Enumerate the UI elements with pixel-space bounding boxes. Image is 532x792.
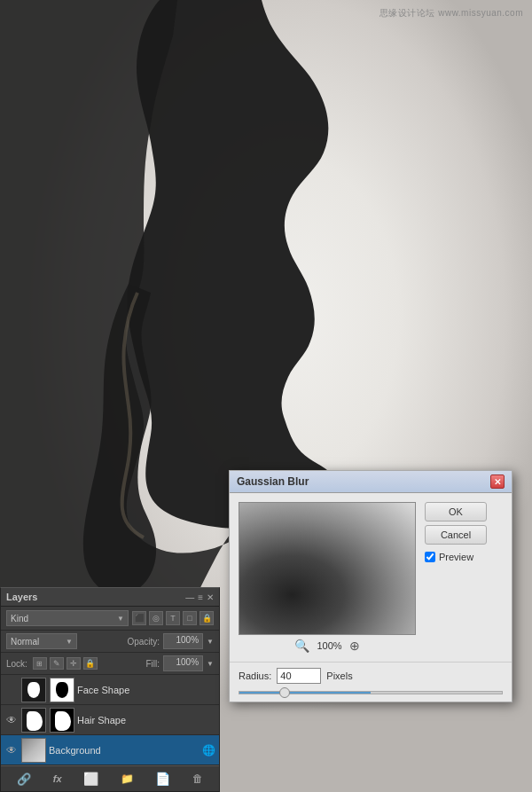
dialog-close-btn[interactable]: ✕ — [490, 474, 505, 489]
kind-dropdown-arrow: ▼ — [117, 615, 124, 623]
layer-item-background[interactable]: 👁 Background 🌐 — [1, 735, 219, 765]
preview-canvas[interactable] — [239, 502, 416, 635]
layer-thumbnail-hair-shape — [21, 708, 46, 733]
blend-dropdown-arrow: ▼ — [66, 638, 73, 646]
filter-pixel-icon[interactable]: ⬛ — [132, 611, 146, 625]
dialog-title: Gaussian Blur — [237, 475, 309, 488]
lock-move-btn[interactable]: ✛ — [66, 657, 81, 670]
layer-name-background: Background — [49, 745, 200, 756]
filter-text-icon[interactable]: T — [166, 611, 180, 625]
create-layer-btn[interactable]: 📄 — [153, 770, 173, 788]
layer-eye-hair-shape[interactable]: 👁 — [4, 713, 19, 727]
layer-thumbnail-face-shape — [21, 678, 46, 702]
layers-panel: Layers — ≡ ✕ Kind ▼ ⬛ ◎ T □ 🔒 Normal ▼ O… — [0, 587, 220, 792]
preview-label: Preview — [439, 552, 473, 562]
create-group-btn[interactable]: 📁 — [118, 771, 137, 787]
layer-mask-face-shape — [50, 678, 74, 702]
layers-panel-controls: — ≡ ✕ — [185, 592, 214, 602]
preview-check-row: Preview — [425, 552, 487, 562]
radius-row: Radius: Pixels — [230, 662, 512, 689]
dialog-titlebar: Gaussian Blur ✕ — [230, 471, 512, 493]
preview-area: 🔍 100% ⊕ — [239, 502, 416, 653]
layer-item-face-shape[interactable]: 👁 Face Shape — [1, 675, 219, 705]
zoom-in-btn[interactable]: ⊕ — [349, 639, 360, 653]
add-mask-btn[interactable]: ⬜ — [81, 770, 101, 788]
lock-checkerboard-btn[interactable]: ⊞ — [33, 657, 47, 670]
dialog-action-buttons: OK Cancel Preview — [425, 502, 487, 653]
lock-brush-btn[interactable]: ✎ — [50, 657, 64, 670]
filter-icons: ⬛ ◎ T □ 🔒 — [132, 611, 214, 625]
radius-label: Radius: — [239, 670, 271, 681]
layer-item-hair-shape[interactable]: 👁 Hair Shape — [1, 705, 219, 735]
kind-dropdown[interactable]: Kind ▼ — [6, 610, 129, 626]
opacity-value[interactable]: 100% — [163, 633, 203, 649]
layer-name-hair-shape: Hair Shape — [77, 715, 215, 725]
fill-value[interactable]: 100% — [163, 655, 203, 671]
layer-thumbnail-background — [21, 738, 46, 763]
lock-icons: ⊞ ✎ ✛ 🔒 — [33, 657, 98, 670]
layers-panel-collapse-btn[interactable]: — — [185, 592, 194, 602]
blend-row: Normal ▼ Opacity: 100% ▼ — [1, 631, 219, 653]
layers-bottom-bar: 🔗 fx ⬜ 📁 📄 🗑 — [1, 765, 219, 791]
layer-mask-hair-shape — [50, 708, 74, 733]
radius-slider-row — [230, 689, 512, 702]
radius-slider[interactable] — [239, 691, 503, 694]
cancel-button[interactable]: Cancel — [425, 525, 487, 545]
lock-all-btn[interactable]: 🔒 — [83, 657, 98, 670]
filter-smartobject-icon[interactable]: 🔒 — [200, 611, 214, 625]
filter-shape-icon[interactable]: □ — [183, 611, 197, 625]
opacity-row: Opacity: 100% ▼ — [127, 633, 214, 649]
layers-panel-header: Layers — ≡ ✕ — [1, 588, 219, 607]
gaussian-blur-dialog: Gaussian Blur ✕ 🔍 100% ⊕ OK Cancel Previ… — [229, 470, 512, 702]
watermark: 思缘设计论坛 www.missyuan.com — [379, 7, 523, 20]
fill-dropdown-arrow: ▼ — [207, 660, 214, 668]
layers-kind-toolbar: Kind ▼ ⬛ ◎ T □ 🔒 — [1, 607, 219, 631]
layer-name-face-shape: Face Shape — [77, 685, 215, 695]
preview-checkbox[interactable] — [425, 552, 435, 562]
opacity-dropdown-arrow: ▼ — [207, 638, 214, 646]
layers-panel-close-btn[interactable]: ✕ — [207, 592, 214, 602]
layer-eye-background[interactable]: 👁 — [4, 743, 19, 757]
layers-panel-title: Layers — [6, 592, 37, 602]
dialog-body: 🔍 100% ⊕ OK Cancel Preview — [230, 493, 512, 662]
add-fx-btn[interactable]: fx — [51, 772, 65, 786]
pixels-label: Pixels — [326, 670, 352, 681]
background-globe-icon: 🌐 — [202, 744, 215, 757]
fill-section: Fill: 100% ▼ — [146, 655, 214, 671]
delete-layer-btn[interactable]: 🗑 — [190, 771, 206, 787]
ok-button[interactable]: OK — [425, 502, 487, 521]
layers-panel-menu-btn[interactable]: ≡ — [198, 592, 203, 602]
zoom-level-display: 100% — [317, 640, 341, 651]
radius-input[interactable] — [277, 668, 321, 684]
zoom-out-btn[interactable]: 🔍 — [294, 639, 309, 653]
link-layers-btn[interactable]: 🔗 — [14, 771, 34, 788]
lock-row: Lock: ⊞ ✎ ✛ 🔒 Fill: 100% ▼ — [1, 653, 219, 675]
filter-adjustment-icon[interactable]: ◎ — [149, 611, 163, 625]
blend-mode-dropdown[interactable]: Normal ▼ — [6, 633, 77, 649]
preview-controls: 🔍 100% ⊕ — [239, 639, 416, 653]
